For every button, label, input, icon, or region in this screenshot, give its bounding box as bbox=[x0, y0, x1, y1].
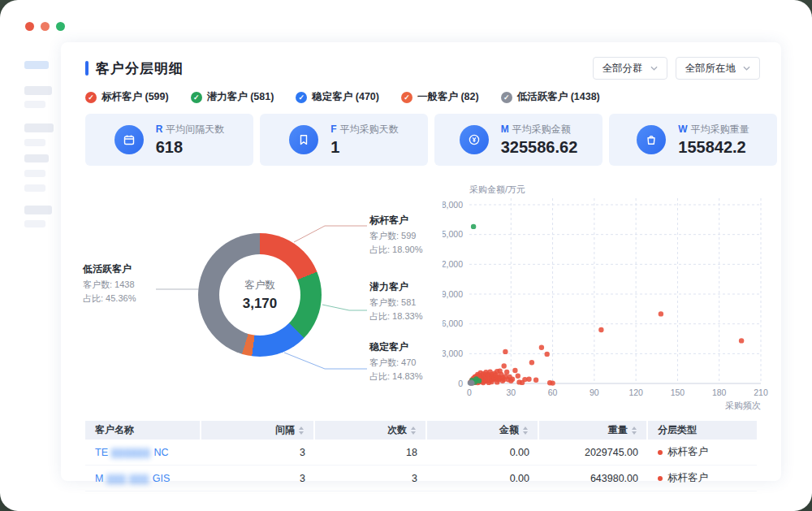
location-filter-label: 全部所在地 bbox=[685, 62, 736, 76]
sort-icon[interactable] bbox=[299, 427, 304, 435]
column-label: 间隔 bbox=[275, 423, 295, 437]
customer-table: 客户名称间隔次数金额重量分层类型 TE██████NC3180.00202974… bbox=[85, 421, 757, 492]
callout-count: 客户数: 581 bbox=[369, 297, 416, 307]
scatter-point-标杆客户 bbox=[598, 327, 603, 332]
type-dot-icon bbox=[658, 476, 663, 481]
scatter-point-标杆客户 bbox=[512, 368, 517, 373]
cell-amount: 0.00 bbox=[510, 447, 529, 458]
legend-item-一般客户[interactable]: ✓一般客户 (82) bbox=[401, 90, 479, 104]
legend-item-低活跃客户[interactable]: ✓低活跃客户 (1438) bbox=[501, 90, 600, 104]
donut-center-value: 3,170 bbox=[243, 296, 278, 312]
calendar-icon bbox=[114, 125, 144, 154]
column-label: 重量 bbox=[608, 423, 628, 437]
sidebar-skeleton-item[interactable] bbox=[24, 220, 45, 227]
sidebar-skeleton-item[interactable] bbox=[24, 86, 52, 95]
donut-callout-稳定客户: 稳定客户 客户数: 470 占比: 14.83% bbox=[369, 340, 422, 383]
scatter-chart[interactable]: 03,0006,0009,00012,00015,00018,000030609… bbox=[443, 183, 771, 410]
stat-label: W平均采购重量 bbox=[678, 123, 749, 136]
table-body: TE██████NC3180.002029745.00标杆客户M███ ███G… bbox=[85, 440, 757, 492]
type-dot-icon bbox=[658, 450, 663, 455]
cell-amount: 0.00 bbox=[510, 473, 529, 484]
legend-item-标杆客户[interactable]: ✓标杆客户 (599) bbox=[85, 90, 169, 104]
stat-card-R: R平均间隔天数 618 bbox=[85, 114, 253, 166]
callout-pct: 占比: 18.33% bbox=[369, 311, 422, 321]
scatter-point-标杆客户 bbox=[516, 374, 520, 379]
customer-name-link[interactable]: M███ ███GIS bbox=[95, 473, 170, 484]
donut-chart[interactable]: 客户数 3,170 bbox=[198, 233, 322, 357]
scatter-point-标杆客户 bbox=[502, 363, 507, 368]
donut-center-label: 客户数 bbox=[244, 279, 275, 292]
column-header-间隔[interactable]: 间隔 bbox=[201, 421, 315, 440]
stat-label: F平均采购天数 bbox=[330, 123, 398, 136]
scatter-point-低活跃客户 bbox=[469, 381, 474, 386]
sort-icon[interactable] bbox=[411, 427, 416, 435]
scatter-point-标杆客户 bbox=[539, 345, 544, 350]
sidebar-skeleton-item[interactable] bbox=[24, 123, 54, 132]
window-controls bbox=[25, 22, 65, 31]
stat-label: R平均间隔天数 bbox=[156, 123, 225, 136]
scatter-x-axis-title: 采购频次 bbox=[725, 401, 761, 410]
location-filter-dropdown[interactable]: 全部所在地 bbox=[676, 57, 761, 80]
column-header-次数[interactable]: 次数 bbox=[315, 421, 427, 440]
scatter-point-标杆客户 bbox=[529, 360, 534, 365]
callout-pct: 占比: 45.36% bbox=[83, 293, 136, 303]
donut-callout-低活跃客户: 低活跃客户 客户数: 1438 占比: 45.36% bbox=[83, 262, 136, 305]
customer-legend: ✓标杆客户 (599)✓潜力客户 (581)✓稳定客户 (470)✓一般客户 (… bbox=[85, 90, 600, 104]
column-header-金额[interactable]: 金额 bbox=[427, 421, 539, 440]
sidebar-skeleton-item[interactable] bbox=[24, 61, 49, 69]
minimize-window-icon[interactable] bbox=[41, 22, 50, 31]
callout-count: 客户数: 599 bbox=[369, 231, 416, 240]
scatter-point-标杆客户 bbox=[659, 311, 663, 316]
column-header-重量[interactable]: 重量 bbox=[539, 421, 648, 440]
legend-item-潜力客户[interactable]: ✓潜力客户 (581) bbox=[191, 90, 274, 104]
sidebar-skeleton-item[interactable] bbox=[24, 101, 45, 108]
sidebar-skeleton-item[interactable] bbox=[24, 206, 52, 214]
redacted-text: ███ ███ bbox=[106, 474, 149, 483]
scatter-point-标杆客户 bbox=[507, 375, 512, 379]
sidebar-skeleton-item[interactable] bbox=[24, 139, 45, 146]
sidebar-skeleton-item[interactable] bbox=[24, 170, 45, 177]
close-window-icon[interactable] bbox=[25, 22, 34, 31]
cell-weight: 2029745.00 bbox=[585, 447, 638, 458]
customer-name-link[interactable]: TE██████NC bbox=[95, 447, 169, 458]
sidebar-skeleton-item[interactable] bbox=[24, 154, 49, 162]
svg-text:180: 180 bbox=[712, 388, 727, 397]
maximize-window-icon[interactable] bbox=[56, 22, 65, 31]
title-accent-bar bbox=[85, 61, 89, 76]
svg-text:15,000: 15,000 bbox=[443, 229, 463, 239]
scatter-chart-section: 03,0006,0009,00012,00015,00018,000030609… bbox=[443, 183, 771, 410]
title-wrap: 客户分层明细 bbox=[85, 59, 184, 78]
table-row: TE██████NC3180.002029745.00标杆客户 bbox=[85, 440, 757, 466]
chevron-down-icon bbox=[743, 66, 750, 71]
callout-pct: 占比: 14.83% bbox=[369, 371, 422, 381]
stat-value: 155842.2 bbox=[678, 138, 749, 157]
column-header-客户名称: 客户名称 bbox=[85, 421, 201, 440]
panel-header: 客户分层明细 全部分群 全部所在地 bbox=[85, 57, 760, 80]
sort-icon[interactable] bbox=[632, 427, 637, 435]
callout-pct: 占比: 18.90% bbox=[369, 245, 422, 254]
legend-item-稳定客户[interactable]: ✓稳定客户 (470) bbox=[296, 90, 379, 104]
cell-weight: 643980.00 bbox=[590, 473, 638, 484]
svg-text:210: 210 bbox=[754, 388, 768, 397]
check-circle-icon: ✓ bbox=[296, 92, 307, 103]
segment-filter-dropdown[interactable]: 全部分群 bbox=[593, 57, 667, 80]
check-circle-icon: ✓ bbox=[191, 92, 202, 103]
page-title: 客户分层明细 bbox=[96, 59, 184, 78]
svg-text:90: 90 bbox=[590, 388, 599, 397]
callout-count: 客户数: 470 bbox=[369, 357, 416, 367]
legend-label: 低活跃客户 (1438) bbox=[517, 90, 600, 104]
legend-label: 潜力客户 (581) bbox=[207, 90, 274, 104]
sidebar-skeleton-item[interactable] bbox=[24, 184, 45, 192]
check-circle-icon: ✓ bbox=[501, 92, 512, 103]
app-window: 客户分层明细 全部分群 全部所在地 ✓标杆客户 (599)✓潜力客户 (581)… bbox=[0, 0, 812, 511]
legend-label: 标杆客户 (599) bbox=[102, 90, 169, 104]
filters: 全部分群 全部所在地 bbox=[593, 57, 761, 80]
sort-icon[interactable] bbox=[523, 427, 528, 435]
scatter-point-标杆客户 bbox=[550, 380, 555, 385]
table-row: M███ ███GIS330.00643980.00标杆客户 bbox=[85, 466, 757, 492]
svg-text:9,000: 9,000 bbox=[443, 289, 463, 299]
svg-text:18,000: 18,000 bbox=[443, 200, 463, 210]
check-circle-icon: ✓ bbox=[401, 92, 412, 103]
callout-title: 稳定客户 bbox=[369, 340, 422, 355]
cell-times: 3 bbox=[412, 473, 417, 484]
